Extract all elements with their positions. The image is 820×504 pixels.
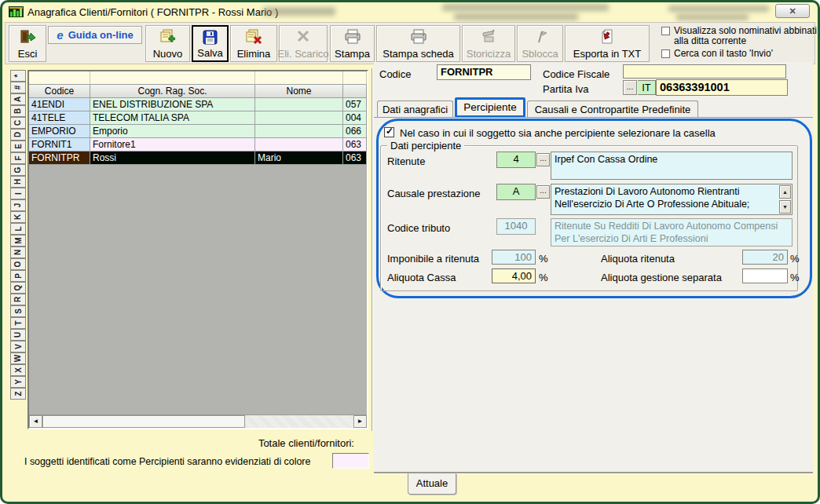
percipienti-color-swatch bbox=[332, 453, 369, 469]
close-button[interactable]: ✕ bbox=[775, 4, 810, 18]
table-filter-row[interactable] bbox=[29, 71, 367, 85]
esporta-label: Esporta in TXT bbox=[573, 49, 641, 59]
storicizza-label: Storicizza bbox=[467, 49, 511, 59]
gray-x-icon bbox=[296, 29, 310, 43]
scrollbar-track[interactable] bbox=[245, 415, 353, 428]
ritenute-description[interactable]: Irpef Con Cassa Ordine bbox=[551, 152, 793, 180]
alpha-button[interactable]: C bbox=[10, 117, 26, 129]
alpha-button[interactable]: L bbox=[10, 223, 26, 235]
ritenute-label: Ritenute bbox=[387, 155, 425, 167]
table-row[interactable]: 41ENDIENEL DISTRIBUZIONE SPA057 bbox=[29, 98, 367, 111]
alpha-button[interactable]: W bbox=[10, 352, 26, 364]
table-row-selected[interactable]: FORNITPRRossiMario063 bbox=[29, 152, 367, 165]
esci-button[interactable]: Esci bbox=[9, 25, 46, 62]
export-page-arrow-icon bbox=[599, 29, 615, 45]
col-header-ragione[interactable]: Cogn. Rag. Soc. bbox=[90, 85, 255, 98]
alpha-button[interactable]: T bbox=[10, 317, 26, 329]
stampa-label: Stampa bbox=[335, 49, 370, 59]
scrollbar-thumb[interactable] bbox=[42, 415, 245, 428]
col-header-nome[interactable]: Nome bbox=[255, 85, 343, 98]
visualizza-checkbox-row[interactable]: Visualizza solo nominativi abbinati alla… bbox=[661, 26, 820, 46]
eli-scarico-button: Eli. Scarico bbox=[279, 25, 328, 62]
cerca-label: Cerca con il tasto 'Invio' bbox=[674, 49, 773, 59]
aliquota-ritenuta-field: 20 bbox=[742, 250, 788, 265]
alpha-button[interactable]: E bbox=[10, 141, 26, 152]
alpha-button[interactable]: J bbox=[10, 199, 26, 211]
elimina-button[interactable]: Elimina bbox=[230, 25, 277, 62]
alpha-button[interactable]: P bbox=[10, 270, 26, 282]
nuovo-button[interactable]: Nuovo bbox=[145, 25, 190, 62]
blurred-background-text bbox=[668, 5, 769, 12]
codice-tributo-description: Ritenute Su Redditi Di Lavoro Autonomo C… bbox=[551, 218, 793, 247]
app-icon bbox=[9, 5, 24, 18]
col-header-codice[interactable]: Codice bbox=[29, 85, 90, 98]
alpha-button[interactable]: Q bbox=[10, 282, 26, 294]
stampa-scheda-label: Stampa scheda bbox=[383, 49, 453, 59]
alpha-button[interactable]: M bbox=[10, 235, 26, 247]
alpha-button[interactable]: # bbox=[10, 82, 26, 93]
causale-lookup-button[interactable]: ... bbox=[536, 185, 550, 199]
tab-attuale[interactable]: Attuale bbox=[408, 473, 456, 495]
cerca-checkbox[interactable] bbox=[661, 49, 670, 58]
tab-dati-anagrafici[interactable]: Dati anagrafici bbox=[377, 100, 453, 118]
check-icon: ✓ bbox=[386, 126, 394, 137]
causale-description[interactable]: Prestazioni Di Lavoro Autonomo Rientrant… bbox=[551, 184, 793, 215]
blurred-background-text bbox=[676, 14, 749, 20]
alpha-button[interactable]: Y bbox=[10, 376, 26, 388]
cerca-checkbox-row[interactable]: Cerca con il tasto 'Invio' bbox=[661, 49, 820, 59]
salva-button[interactable]: Salva bbox=[192, 25, 229, 62]
alpha-button[interactable]: R bbox=[10, 294, 26, 305]
table-row[interactable]: EMPORIOEmporio066 bbox=[29, 125, 367, 138]
alpha-button[interactable]: O bbox=[10, 258, 26, 270]
tab-causali-contropartite[interactable]: Causali e Contropartite Predefinite bbox=[527, 100, 698, 118]
codice-field[interactable]: FORNITPR bbox=[437, 64, 531, 80]
partita-iva-lookup-button[interactable]: ... bbox=[623, 80, 637, 95]
alpha-button[interactable]: * bbox=[10, 70, 26, 82]
table-empty-area bbox=[29, 165, 367, 415]
codice-fiscale-field[interactable] bbox=[623, 64, 786, 79]
alpha-button[interactable]: V bbox=[10, 341, 26, 352]
scroll-down-icon[interactable]: ▼ bbox=[779, 200, 791, 214]
alpha-button[interactable]: D bbox=[10, 129, 26, 141]
gestione-separata-unit: % bbox=[790, 272, 800, 283]
alpha-button[interactable]: N bbox=[10, 247, 26, 258]
alpha-button[interactable]: X bbox=[10, 364, 26, 376]
blurred-background-text bbox=[263, 7, 335, 16]
causale-code-field[interactable]: A bbox=[496, 184, 536, 200]
table-row[interactable]: FORNIT1Fornitore1063 bbox=[29, 138, 367, 152]
ritenute-code-field[interactable]: 4 bbox=[496, 152, 536, 168]
alpha-button[interactable]: H bbox=[10, 176, 26, 188]
table-horizontal-scrollbar[interactable]: ◄ ► bbox=[29, 415, 367, 428]
table-row[interactable]: 41TELETELECOM ITALIA SPA004 bbox=[29, 111, 367, 125]
col-header-piva[interactable] bbox=[343, 85, 367, 98]
gestione-separata-field[interactable] bbox=[742, 268, 788, 283]
scroll-left-icon[interactable]: ◄ bbox=[29, 415, 42, 428]
eli-scarico-label: Eli. Scarico bbox=[277, 49, 328, 59]
esporta-txt-button[interactable]: Esporta in TXT bbox=[565, 25, 650, 62]
scroll-right-icon[interactable]: ► bbox=[353, 415, 367, 428]
internet-e-icon: e bbox=[57, 30, 63, 41]
alpha-button[interactable]: I bbox=[10, 188, 26, 199]
alpha-button[interactable]: U bbox=[10, 329, 26, 341]
scroll-up-icon[interactable]: ▲ bbox=[779, 185, 791, 199]
causale-scrollbar[interactable]: ▲ ▼ bbox=[779, 185, 791, 214]
stampa-button[interactable]: Stampa bbox=[330, 25, 375, 62]
stampa-scheda-button[interactable]: Stampa scheda bbox=[376, 25, 460, 62]
visualizza-checkbox[interactable] bbox=[661, 27, 670, 35]
ritenute-lookup-button[interactable]: ... bbox=[536, 153, 550, 166]
partita-iva-field[interactable]: 06363391001 bbox=[656, 79, 788, 96]
alpha-button[interactable]: K bbox=[10, 211, 26, 223]
guida-online-button[interactable]: e Guida on-line bbox=[48, 26, 142, 44]
alpha-button[interactable]: S bbox=[10, 305, 26, 317]
alpha-button[interactable]: B bbox=[10, 105, 26, 117]
alpha-button[interactable]: F bbox=[10, 152, 26, 164]
alpha-button[interactable]: A bbox=[10, 93, 26, 105]
percipienti-note-label: I soggetti identificati come Percipienti… bbox=[24, 456, 310, 467]
alpha-button[interactable]: G bbox=[10, 164, 26, 176]
tab-percipiente[interactable]: Percipiente bbox=[455, 97, 525, 118]
alpha-button[interactable]: Z bbox=[10, 388, 26, 400]
partita-iva-label: Partita Iva bbox=[543, 83, 589, 95]
aliquota-cassa-field[interactable]: 4,00 bbox=[492, 268, 536, 283]
table-header-row: Codice Cogn. Rag. Soc. Nome bbox=[29, 85, 367, 98]
percipiente-checkbox[interactable]: ✓ bbox=[384, 127, 394, 137]
